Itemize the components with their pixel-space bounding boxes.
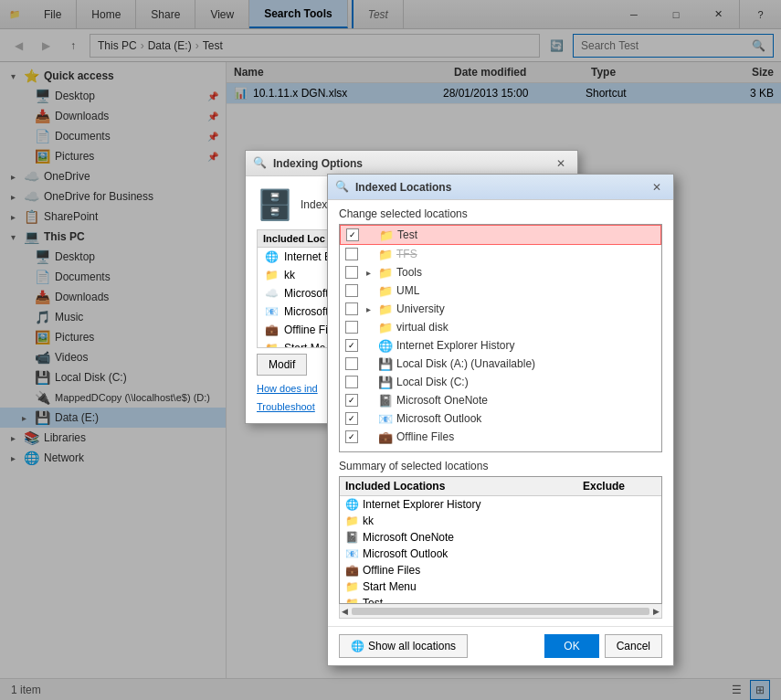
expander [362,339,375,352]
cb-item-university[interactable]: ▸ 📁 University [340,300,661,318]
item-label: Microsoft [284,287,329,300]
outlook-icon: 📧 [345,547,359,560]
item-label: Local Disk (A:) (Unavailable) [396,357,535,370]
change-selected-label: Change selected locations [328,200,673,224]
checkbox-university[interactable] [345,302,358,315]
checkbox-virtual-disk[interactable] [345,321,358,334]
scroll-left-button[interactable]: ◀ [342,607,348,616]
cb-item-ie-history[interactable]: ✓ 🌐 Internet Explorer History [340,336,661,355]
dialog-close-button[interactable]: ✕ [552,154,570,173]
folder-icon: 📁 [378,302,393,316]
cb-item-local-c[interactable]: 💾 Local Disk (C:) [340,373,661,391]
item-name: Test [363,597,383,604]
dialog-action-buttons: 🌐 Show all locations OK Cancel [328,626,673,665]
folder-icon: 📁 [378,320,393,334]
expander [362,357,375,370]
scroll-right-button[interactable]: ▶ [653,607,660,616]
item-name: Offline Files [363,564,420,577]
cb-item-tfs[interactable]: 📁 TFS [340,245,661,263]
folder-icon: 📁 [265,269,279,281]
list-item[interactable]: 📧 Microsoft Outlook [340,546,661,562]
dialog-icon: 🔍 [253,156,268,171]
list-item[interactable]: 📓 Microsoft OneNote [340,529,661,546]
modify-button[interactable]: Modif [257,354,307,376]
offline-icon: 💼 [378,430,393,444]
checkbox-tfs[interactable] [345,248,358,260]
folder-icon: 📁 [345,514,359,527]
list-item[interactable]: 📁 kk [340,513,661,529]
folder-icon: 📁 [265,342,279,348]
offline-icon: 💼 [345,564,359,577]
scroll-track [352,608,649,615]
show-all-locations-button[interactable]: 🌐 Show all locations [339,634,468,658]
offline-icon: 💼 [265,323,279,336]
list-item[interactable]: 📁 Test [340,595,661,604]
cb-item-virtual-disk[interactable]: 📁 virtual disk [340,318,661,336]
cb-item-local-a[interactable]: 💾 Local Disk (A:) (Unavailable) [340,355,661,373]
item-label: UML [396,284,419,297]
disk-icon: 💾 [378,356,393,371]
list-item[interactable]: 💼 Offline Files [340,562,661,578]
cancel-button[interactable]: Cancel [605,634,662,658]
summary-section: Summary of selected locations Included L… [328,452,673,626]
expander [362,376,375,388]
cb-item-offline-files[interactable]: ✓ 💼 Offline Files [340,428,661,446]
item-label: virtual disk [396,321,449,334]
checkbox-outlook[interactable]: ✓ [345,412,358,425]
dialog-icon: 🔍 [335,180,350,195]
folder-icon: 📁 [345,580,359,593]
dialog-indexing-titlebar: 🔍 Indexing Options ✕ [246,151,577,176]
ie-icon: 🌐 [265,250,279,263]
dialog-indexed-loc-titlebar: 🔍 Indexed Locations ✕ [328,175,673,200]
ok-cancel-group: OK Cancel [544,634,662,658]
expander [362,394,375,407]
onedrive-icon: ☁️ [265,287,279,300]
summary-label: Summary of selected locations [339,460,662,472]
cb-item-uml[interactable]: 📁 UML [340,281,661,300]
cb-item-test[interactable]: ✓ 📁 Test [340,225,661,245]
cb-item-onenote[interactable]: ✓ 📓 Microsoft OneNote [340,391,661,409]
item-label: Microsoft OneNote [396,394,488,407]
expander [362,284,375,297]
list-item[interactable]: 📁 Start Menu [340,578,661,595]
item-label: kk [284,269,295,281]
summary-header: Included Locations Exclude [340,477,661,496]
ie-icon: 🌐 [378,338,393,353]
checkbox-test[interactable]: ✓ [346,228,359,241]
item-name: Microsoft OneNote [363,531,454,544]
cb-item-tools[interactable]: ▸ 📁 Tools [340,263,661,281]
disk-icon: 💾 [378,375,393,389]
checkbox-local-a[interactable] [345,357,358,370]
item-label: TFS [396,248,417,260]
indexing-graphic: 🗄️ [257,187,293,222]
item-label: Test [397,228,417,241]
ie-icon: 🌐 [345,498,359,511]
expander-university[interactable]: ▸ [362,302,375,315]
item-label: Internet E [284,250,332,263]
expander-tools[interactable]: ▸ [362,266,375,279]
indexed-loc-close-button[interactable]: ✕ [648,178,666,196]
cb-item-outlook[interactable]: ✓ 📧 Microsoft Outlook [340,409,661,428]
checkbox-uml[interactable] [345,284,358,297]
item-name: Microsoft Outlook [363,547,448,560]
checkbox-offline-files[interactable]: ✓ [345,430,358,443]
outlook-icon: 📧 [265,305,279,318]
dialog-indexed-locations: 🔍 Indexed Locations ✕ Change selected lo… [327,174,674,666]
exclude-header: Exclude [583,480,656,493]
horizontal-scrollbar[interactable]: ◀ ▶ [339,604,662,619]
item-label: University [396,302,445,315]
globe-icon: 🌐 [351,640,364,652]
folder-icon: 📁 [345,597,359,604]
outlook-icon: 📧 [378,411,393,426]
checkbox-ie-history[interactable]: ✓ [345,339,358,352]
checkbox-onenote[interactable]: ✓ [345,394,358,407]
checkbox-tools[interactable] [345,266,358,279]
list-item[interactable]: 🌐 Internet Explorer History [340,496,661,513]
folder-icon: 📁 [378,265,393,280]
folder-icon: 📁 [379,228,394,242]
ok-button[interactable]: OK [544,634,598,658]
item-label: Start Me [284,342,325,348]
checkbox-local-c[interactable] [345,376,358,388]
item-label: Microsoft [284,305,329,318]
item-name: kk [363,514,374,527]
